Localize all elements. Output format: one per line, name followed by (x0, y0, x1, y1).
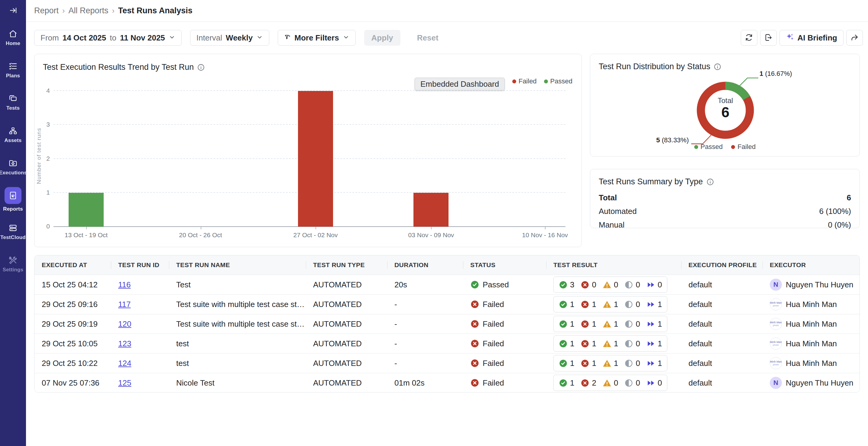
avatar: Minh Manphoto (770, 298, 782, 310)
result-skipped: 1 (647, 359, 662, 368)
x-axis-tick (315, 227, 316, 229)
legend-item-failed[interactable]: Failed (731, 143, 755, 151)
apply-button[interactable]: Apply (364, 30, 400, 45)
trend-grid: 0 1 2 3 4 13 Oct - 19 Oct20 Oct - 26 Oct… (54, 91, 565, 227)
executor-name: Hua Minh Man (786, 319, 837, 329)
passed-icon (559, 280, 567, 289)
result-error: 1 (602, 319, 618, 329)
refresh-icon (745, 33, 753, 42)
info-icon[interactable] (197, 63, 205, 71)
interval-dropdown[interactable]: Interval Weekly (190, 30, 269, 45)
passed-icon (559, 339, 567, 348)
passed-icon (559, 359, 567, 368)
executor-cell: NNguyen Thu Huyen (763, 279, 860, 291)
x-axis-category-label: 13 Oct - 19 Oct (65, 231, 107, 239)
skipped-count: 1 (658, 300, 662, 309)
test-run-link[interactable]: 124 (118, 359, 131, 368)
error-count: 1 (614, 339, 618, 348)
status-cell: Failed (463, 359, 546, 368)
failed-count: 1 (592, 359, 596, 368)
sidebar-item-home[interactable]: Home (0, 22, 26, 54)
bar-failed[interactable] (413, 193, 448, 227)
execution-profile-cell: default (681, 300, 763, 309)
duration-cell: 20s (387, 280, 463, 289)
x-axis-tick (545, 227, 546, 229)
test-run-link[interactable]: 120 (118, 319, 131, 328)
ai-briefing-button[interactable]: AI Briefing (779, 30, 843, 45)
executed-at-cell: 29 Oct 25 10:05 (34, 339, 111, 348)
share-icon (850, 33, 859, 42)
chevron-down-icon (256, 33, 263, 42)
export-button[interactable] (760, 30, 777, 45)
chevron-down-icon (168, 33, 175, 42)
legend-item-failed[interactable]: Failed (512, 77, 537, 85)
incomplete-count: 0 (636, 300, 640, 309)
duration-cell: - (387, 359, 463, 368)
refresh-button[interactable] (741, 30, 757, 45)
breadcrumb: Report › All Reports › Test Runs Analysi… (34, 6, 192, 15)
avatar: Minh Manphoto (770, 318, 782, 330)
sidebar-item-executions[interactable]: Executions (0, 151, 26, 183)
sidebar-item-testcloud[interactable]: TestCloud (0, 216, 26, 248)
table-body: 15 Oct 25 04:12116TestAUTOMATED20sPassed… (34, 275, 860, 392)
sidebar-item-settings[interactable]: Settings (0, 248, 26, 280)
sidebar-toggle-button[interactable] (0, 0, 26, 22)
passed-callout-label: 1 (16.67%) (760, 70, 792, 78)
result-incomplete: 0 (624, 359, 640, 368)
executed-at-cell: 29 Oct 25 10:22 (34, 359, 111, 368)
skipped-count: 1 (658, 359, 662, 368)
result-passed: 1 (559, 300, 574, 309)
test-run-link[interactable]: 116 (118, 280, 130, 289)
status-label: Passed (483, 280, 509, 289)
test-run-link[interactable]: 123 (118, 339, 131, 348)
info-icon[interactable] (706, 178, 714, 186)
bar-passed[interactable] (69, 193, 104, 227)
test-run-link[interactable]: 125 (118, 378, 131, 387)
sidebar-item-reports[interactable]: Reports (0, 183, 26, 216)
col-test-run-name: TEST RUN NAME (169, 255, 306, 275)
sidebar-item-assets[interactable]: Assets (0, 119, 26, 151)
result-skipped: 1 (647, 319, 662, 329)
result-error: 1 (602, 300, 618, 309)
legend-item-passed[interactable]: Passed (694, 143, 723, 151)
result-error: 1 (602, 359, 618, 368)
bar-failed[interactable] (298, 91, 333, 227)
reports-active-tile (4, 187, 22, 204)
executor-name: Hua Minh Man (786, 300, 837, 309)
failed-count: 2 (592, 378, 596, 388)
test-run-name-cell: Test (169, 280, 306, 289)
result-failed: 2 (581, 378, 596, 388)
test-run-type-cell: AUTOMATED (306, 319, 387, 329)
test-run-link[interactable]: 117 (118, 300, 130, 309)
result-failed: 1 (581, 300, 596, 309)
skipped-icon (647, 339, 655, 348)
breadcrumb-report[interactable]: Report (34, 6, 59, 15)
error-icon (602, 339, 612, 348)
share-button[interactable] (846, 30, 863, 45)
result-passed: 1 (559, 378, 574, 388)
filter-bar: From 14 Oct 2025 to 11 Nov 2025 Interval… (26, 22, 868, 54)
more-filters-dropdown[interactable]: More Filters (278, 30, 355, 45)
settings-tools-icon (8, 256, 18, 265)
result-skipped: 1 (647, 300, 662, 309)
test-result-pill: 11101 (553, 336, 667, 352)
failed-icon (581, 339, 589, 348)
status-cell: Passed (463, 280, 546, 289)
date-range-dropdown[interactable]: From 14 Oct 2025 to 11 Nov 2025 (34, 30, 182, 45)
result-passed: 3 (559, 280, 574, 289)
table-header: EXECUTED AT TEST RUN ID TEST RUN NAME TE… (34, 255, 860, 275)
legend-item-passed[interactable]: Passed (544, 77, 572, 85)
sidebar-item-plans[interactable]: Plans (0, 54, 26, 87)
sidebar-item-tests[interactable]: Tests (0, 87, 26, 119)
breadcrumb-all-reports[interactable]: All Reports (68, 6, 108, 15)
failed-icon (581, 359, 589, 368)
test-run-name-cell: Test suite with multiple test case stat.… (169, 300, 306, 309)
col-test-run-id: TEST RUN ID (111, 255, 169, 275)
result-incomplete: 0 (624, 280, 640, 289)
testcloud-icon (8, 223, 18, 232)
reset-button[interactable]: Reset (417, 33, 438, 42)
summary-row-manual: Manual0 (0%) (599, 218, 851, 232)
failed-icon (581, 320, 589, 328)
incomplete-count: 0 (636, 339, 640, 348)
skipped-icon (647, 359, 655, 368)
